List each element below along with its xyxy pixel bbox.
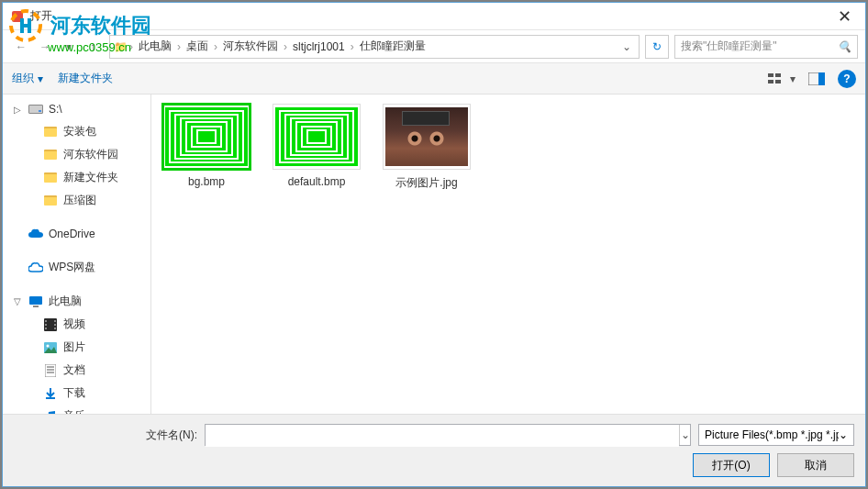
tree-item-folder[interactable]: 河东软件园 [3, 143, 150, 166]
cloud-blue-icon [28, 227, 43, 241]
view-button[interactable]: ▾ [768, 72, 796, 86]
titlebar: 打开 ✕ [3, 3, 865, 30]
chevron-down-icon[interactable]: ⌄ [622, 40, 631, 53]
footer: 文件名(N): ⌄ Picture Files(*.bmp *.jpg *.jp… [3, 414, 865, 486]
tree-label: WPS网盘 [49, 260, 95, 275]
drive-icon [28, 102, 43, 117]
search-input[interactable]: 搜索"仕郎瞳距测量" 🔍 [674, 35, 858, 59]
tree-label: 视频 [63, 317, 85, 332]
chevron-down-icon: ⌄ [839, 428, 848, 441]
tree-item-cloud-outline[interactable]: WPS网盘 [3, 256, 150, 279]
breadcrumb[interactable]: 📁 › 此电脑 › 桌面 › 河东软件园 › sltjclrj1001 › 仕郎… [109, 35, 640, 59]
filter-text: Picture Files(*.bmp *.jpg *.jpe [705, 428, 839, 441]
folder-icon [43, 194, 58, 208]
tree-item-drive[interactable]: ▷S:\ [3, 98, 150, 120]
sidebar: ▷S:\安装包河东软件园新建文件夹压缩图OneDriveWPS网盘▽此电脑视频图… [3, 94, 151, 414]
chevron-right-icon: › [351, 40, 354, 53]
tree-item-picture[interactable]: 图片 [3, 336, 150, 359]
svg-rect-16 [45, 328, 47, 329]
file-thumbnail [162, 104, 250, 170]
tree-item-folder[interactable]: 安装包 [3, 120, 150, 143]
folder-icon: 📁 [114, 40, 128, 53]
filename-label: 文件名(N): [14, 428, 197, 443]
help-button[interactable]: ? [838, 70, 856, 88]
tree-item-music[interactable]: 音乐 [3, 405, 150, 414]
cloud-outline-icon [28, 261, 43, 275]
file-thumbnail [383, 104, 471, 170]
file-name: 示例图片.jpg [381, 175, 473, 191]
recent-dropdown[interactable]: ▾ [58, 36, 80, 58]
svg-rect-4 [12, 11, 23, 22]
preview-pane-button[interactable] [808, 72, 825, 85]
up-button[interactable]: ↑ [82, 36, 104, 58]
breadcrumb-item[interactable]: 仕郎瞳距测量 [356, 37, 429, 56]
picture-icon [43, 340, 58, 355]
files-area[interactable]: bg.bmpdefault.bmp示例图片.jpg [151, 94, 865, 414]
tree-toggle-icon[interactable]: ▷ [14, 105, 23, 115]
close-button[interactable]: ✕ [824, 3, 865, 29]
cancel-button[interactable]: 取消 [777, 453, 854, 477]
file-item[interactable]: bg.bmp [161, 104, 252, 188]
tree-item-cloud-blue[interactable]: OneDrive [3, 223, 150, 245]
chevron-right-icon: › [284, 40, 287, 53]
tree-label: 新建文件夹 [63, 170, 118, 185]
file-item[interactable]: default.bmp [271, 104, 362, 188]
tree-label: 图片 [63, 339, 85, 355]
svg-rect-17 [54, 320, 56, 322]
filter-select[interactable]: Picture Files(*.bmp *.jpg *.jpe ⌄ [698, 424, 854, 446]
forward-button[interactable]: → [34, 36, 56, 58]
open-button[interactable]: 打开(O) [693, 453, 770, 477]
svg-rect-14 [45, 320, 47, 322]
file-thumbnail [273, 104, 361, 170]
body: ▷S:\安装包河东软件园新建文件夹压缩图OneDriveWPS网盘▽此电脑视频图… [3, 94, 865, 414]
search-placeholder: 搜索"仕郎瞳距测量" [681, 39, 838, 54]
tree-item-folder[interactable]: 压缩图 [3, 189, 150, 212]
folder-icon [43, 125, 58, 139]
window-title: 打开 [30, 8, 824, 24]
folder-icon [43, 148, 58, 162]
video-icon [43, 317, 58, 332]
search-icon: 🔍 [838, 40, 851, 53]
tree-item-pc[interactable]: ▽此电脑 [3, 290, 150, 313]
new-folder-button[interactable]: 新建文件夹 [58, 71, 113, 86]
tree-toggle-icon[interactable]: ▽ [14, 296, 23, 306]
svg-rect-22 [45, 364, 56, 377]
svg-rect-19 [54, 328, 56, 329]
doc-icon [43, 363, 58, 378]
tree-label: 此电脑 [49, 294, 82, 309]
svg-rect-12 [33, 306, 39, 307]
refresh-button[interactable]: ↻ [645, 35, 669, 59]
breadcrumb-item[interactable]: 此电脑 [135, 37, 175, 56]
tree-label: 下载 [63, 385, 85, 401]
chevron-right-icon: › [177, 40, 181, 53]
chevron-right-icon: › [214, 40, 217, 53]
tree-label: 压缩图 [63, 193, 96, 208]
breadcrumb-item[interactable]: 桌面 [183, 37, 212, 56]
pc-icon [28, 295, 43, 309]
svg-rect-11 [29, 296, 42, 305]
tree-item-doc[interactable]: 文档 [3, 359, 150, 382]
tree-label: OneDrive [49, 228, 95, 240]
file-item[interactable]: 示例图片.jpg [381, 104, 473, 191]
filename-input[interactable] [206, 425, 679, 447]
tree-label: 安装包 [63, 124, 96, 139]
filename-dropdown[interactable]: ⌄ [679, 425, 690, 445]
chevron-right-icon: › [129, 40, 133, 53]
svg-point-21 [47, 344, 50, 347]
organize-button[interactable]: 组织 ▾ [12, 71, 43, 86]
svg-rect-5 [768, 73, 773, 77]
back-button[interactable]: ← [10, 36, 32, 58]
download-icon [43, 386, 58, 401]
breadcrumb-item[interactable]: 河东软件园 [219, 37, 282, 56]
open-dialog: 河东软件园 www.pc0359.cn 打开 ✕ ← → ▾ ↑ 📁 › 此电脑… [2, 2, 866, 487]
svg-rect-6 [775, 73, 781, 77]
tree-label: 河东软件园 [63, 147, 118, 162]
svg-rect-15 [45, 324, 47, 326]
tree-item-video[interactable]: 视频 [3, 313, 150, 336]
tree-item-download[interactable]: 下载 [3, 382, 150, 405]
app-icon [10, 9, 25, 24]
file-name: bg.bmp [161, 175, 252, 188]
folder-icon [43, 171, 58, 185]
breadcrumb-item[interactable]: sltjclrj1001 [289, 39, 349, 55]
tree-item-folder[interactable]: 新建文件夹 [3, 166, 150, 189]
